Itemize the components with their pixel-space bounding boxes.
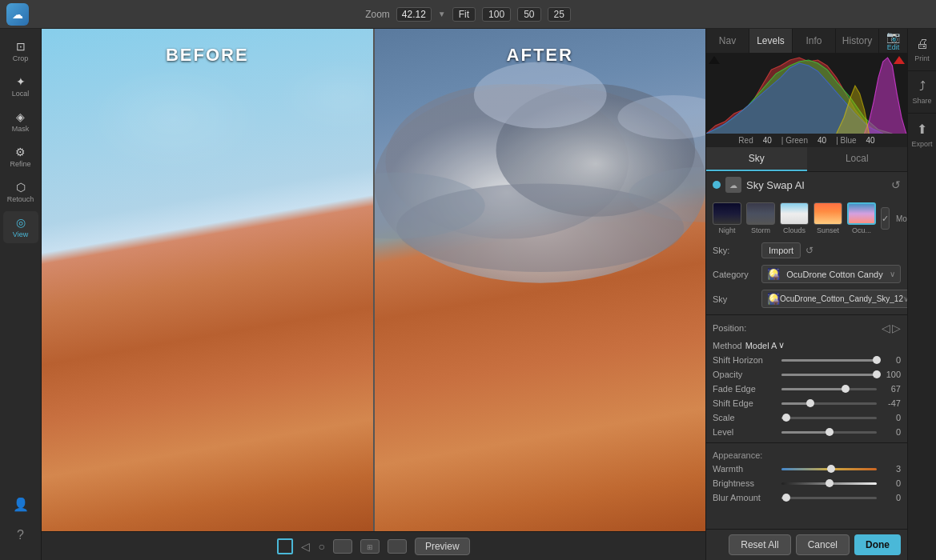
help-icon-btn[interactable]: ? bbox=[3, 523, 38, 547]
view-icon: ◎ bbox=[16, 216, 26, 229]
position-left-arrow[interactable]: ◁ bbox=[882, 322, 890, 334]
category-dropdown[interactable]: 🎑 OcuDrone Cotton Candy ∨ bbox=[761, 265, 901, 283]
position-label: Position: bbox=[713, 323, 746, 333]
done-button[interactable]: Done bbox=[854, 534, 901, 555]
fade-edge-thumb[interactable] bbox=[842, 385, 850, 393]
preview-button[interactable]: Preview bbox=[415, 538, 470, 555]
nav-tab-levels[interactable]: Levels bbox=[749, 29, 793, 53]
sky-tab[interactable]: Sky bbox=[706, 147, 807, 171]
reset-icon[interactable]: ↺ bbox=[891, 178, 901, 191]
user-icon-btn[interactable]: 👤 bbox=[3, 492, 38, 517]
tool-local[interactable]: ✦ Local bbox=[3, 70, 38, 102]
method-label: Method bbox=[713, 341, 742, 350]
method-dropdown[interactable]: Model A ∨ bbox=[745, 340, 785, 350]
preset-storm[interactable]: Storm bbox=[746, 202, 775, 234]
sky-reset-icon[interactable]: ↺ bbox=[805, 245, 813, 256]
histogram-right-triangle bbox=[894, 56, 905, 64]
zoom-100-button[interactable]: 100 bbox=[482, 7, 511, 22]
preset-clouds[interactable]: Clouds bbox=[780, 202, 809, 234]
dual-view-icon[interactable] bbox=[388, 539, 407, 554]
app-container: ☁ Zoom 42.12 ▼ Fit 100 50 25 ⊡ Crop ✦ Lo… bbox=[0, 0, 936, 560]
export-label: Export bbox=[911, 140, 932, 148]
opacity-track[interactable] bbox=[781, 374, 877, 376]
retouch-label: Retouch bbox=[7, 195, 34, 203]
view-label: View bbox=[13, 230, 28, 238]
level-track[interactable] bbox=[781, 431, 877, 434]
category-flag: 🎑 bbox=[767, 268, 780, 280]
shift-horizon-value: 0 bbox=[882, 355, 901, 365]
category-label: Category bbox=[713, 270, 757, 279]
zoom-50-button[interactable]: 50 bbox=[517, 7, 540, 22]
blur-track[interactable] bbox=[781, 497, 877, 499]
blue-label: | Blue bbox=[836, 136, 856, 145]
left-sidebar: ⊡ Crop ✦ Local ◈ Mask ⚙ Refine ⬡ Retouch… bbox=[0, 29, 42, 560]
shift-edge-value: -47 bbox=[882, 398, 901, 408]
tool-mask[interactable]: ◈ Mask bbox=[3, 106, 38, 138]
shift-edge-track[interactable] bbox=[781, 402, 877, 405]
level-thumb[interactable] bbox=[826, 428, 834, 436]
zoom-dropdown-icon[interactable]: ▼ bbox=[438, 10, 446, 18]
brightness-track[interactable] bbox=[781, 482, 877, 485]
level-fill bbox=[781, 431, 830, 434]
view-mode-box[interactable] bbox=[277, 538, 293, 554]
position-right-arrow[interactable]: ▷ bbox=[892, 322, 901, 334]
preset-night[interactable]: Night bbox=[713, 202, 741, 234]
green-label: | Green bbox=[781, 136, 808, 145]
shift-horizon-thumb[interactable] bbox=[873, 356, 881, 364]
left-arrow-icon[interactable]: ◁ bbox=[301, 540, 310, 553]
local-tab[interactable]: Local bbox=[807, 147, 908, 171]
preset-ocu-label: Ocu... bbox=[852, 226, 871, 234]
zoom-25-button[interactable]: 25 bbox=[548, 7, 571, 22]
nav-tab-nav[interactable]: Nav bbox=[706, 29, 749, 53]
import-button[interactable]: Import bbox=[761, 242, 801, 258]
fade-edge-track[interactable] bbox=[781, 388, 877, 390]
histogram-area bbox=[706, 54, 907, 134]
divider-2 bbox=[706, 442, 907, 443]
histogram-labels: Red 40 | Green 40 | Blue 40 bbox=[706, 134, 907, 147]
preset-ocu[interactable]: Ocu... bbox=[847, 202, 876, 234]
circle-icon: ○ bbox=[318, 540, 324, 553]
shift-horizon-row: Shift Horizon 0 bbox=[706, 353, 907, 367]
before-panel: BEFORE bbox=[42, 29, 375, 531]
share-button[interactable]: ⤴ Share bbox=[908, 71, 936, 114]
scale-track[interactable] bbox=[781, 417, 877, 419]
tool-refine[interactable]: ⚙ Refine bbox=[3, 141, 38, 173]
fit-button[interactable]: Fit bbox=[452, 7, 476, 22]
opacity-thumb[interactable] bbox=[873, 370, 881, 378]
scale-thumb[interactable] bbox=[782, 414, 790, 422]
nav-tab-info[interactable]: Info bbox=[793, 29, 836, 53]
sky-swap-icon: ☁ bbox=[725, 177, 741, 193]
tool-crop[interactable]: ⊡ Crop bbox=[3, 35, 38, 67]
tool-view[interactable]: ◎ View bbox=[3, 211, 38, 243]
cancel-button[interactable]: Cancel bbox=[796, 534, 850, 555]
preset-sunset-thumb bbox=[813, 202, 842, 225]
histogram-svg bbox=[706, 54, 907, 134]
sidebar-bottom: 👤 ? bbox=[3, 492, 38, 554]
warmth-track[interactable] bbox=[781, 468, 877, 470]
preset-sunset-label: Sunset bbox=[817, 226, 839, 234]
preset-sunset[interactable]: Sunset bbox=[813, 202, 842, 234]
sky-value-row: Sky 🎑 OcuDrone_Cotton_Candy_Sky_12 ∨ bbox=[706, 286, 907, 311]
blur-row: Blur Amount 0 bbox=[706, 490, 907, 505]
grid-view-icon[interactable]: ⊞ bbox=[360, 539, 380, 554]
split-view-icon[interactable] bbox=[333, 539, 352, 554]
retouch-icon: ⬡ bbox=[16, 181, 26, 194]
zoom-value[interactable]: 42.12 bbox=[396, 7, 432, 22]
brightness-value: 0 bbox=[882, 478, 901, 488]
warmth-thumb[interactable] bbox=[827, 465, 835, 473]
shift-edge-thumb[interactable] bbox=[806, 399, 814, 407]
sky-value-dropdown[interactable]: 🎑 OcuDrone_Cotton_Candy_Sky_12 ∨ bbox=[761, 290, 907, 308]
export-button[interactable]: ⬆ Export bbox=[908, 114, 936, 156]
reset-all-button[interactable]: Reset All bbox=[729, 534, 790, 555]
nav-tab-history[interactable]: History bbox=[836, 29, 878, 53]
fade-edge-row: Fade Edge 67 bbox=[706, 382, 907, 396]
tool-retouch[interactable]: ⬡ Retouch bbox=[3, 176, 38, 208]
more-presets-button[interactable]: ✓ bbox=[881, 207, 890, 230]
brightness-thumb[interactable] bbox=[826, 479, 834, 487]
preset-clouds-label: Clouds bbox=[783, 226, 805, 234]
shift-horizon-track[interactable] bbox=[781, 359, 877, 362]
print-button[interactable]: 🖨 Print bbox=[908, 29, 936, 71]
edit-button[interactable]: 📷 Edit bbox=[878, 29, 907, 54]
blur-thumb[interactable] bbox=[782, 494, 790, 502]
zoom-label: Zoom bbox=[365, 9, 390, 20]
